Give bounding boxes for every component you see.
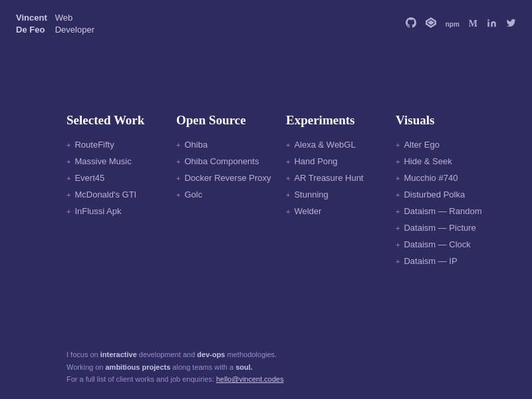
github-icon[interactable] bbox=[406, 17, 416, 31]
npm-icon[interactable]: npm bbox=[446, 21, 460, 28]
main-content: Selected Work+RouteFifty+Massive Music+E… bbox=[66, 113, 505, 273]
logo: Vincent De Feo Web Developer bbox=[16, 12, 94, 36]
column-title-open-source: Open Source bbox=[176, 113, 279, 128]
list-item-label: AR Treasure Hunt bbox=[294, 173, 363, 183]
list-item[interactable]: +Alexa & WebGL bbox=[286, 140, 389, 150]
list-item-label: InFlussi Apk bbox=[74, 206, 121, 216]
linkedin-icon[interactable] bbox=[487, 18, 497, 31]
list-item[interactable]: +Dataism — IP bbox=[396, 256, 499, 266]
list-item[interactable]: +McDonald's GTI bbox=[66, 190, 170, 200]
list-item-label: Mucchio #740 bbox=[404, 173, 458, 183]
list-item[interactable]: +Evert45 bbox=[66, 173, 170, 183]
logo-title-line2: Developer bbox=[55, 24, 94, 36]
column-title-visuals: Visuals bbox=[396, 113, 499, 128]
list-item-label: Welder bbox=[294, 206, 321, 216]
list-item-label: Hide & Seek bbox=[404, 156, 452, 166]
list-item[interactable]: +Stunning bbox=[286, 190, 389, 200]
column-list-visuals: +Alter Ego+Hide & Seek+Mucchio #740+Dist… bbox=[396, 140, 499, 266]
list-item-label: Alexa & WebGL bbox=[294, 140, 355, 150]
list-item-label: Evert45 bbox=[74, 173, 104, 183]
plus-icon: + bbox=[286, 207, 290, 215]
plus-icon: + bbox=[286, 141, 290, 149]
plus-icon: + bbox=[176, 191, 180, 199]
column-experiments: Experiments+Alexa & WebGL+Hand Pong+AR T… bbox=[286, 113, 396, 273]
plus-icon: + bbox=[396, 224, 400, 232]
list-item[interactable]: +Welder bbox=[286, 206, 389, 216]
column-list-selected-work: +RouteFifty+Massive Music+Evert45+McDona… bbox=[66, 140, 170, 216]
list-item[interactable]: +Alter Ego bbox=[396, 140, 499, 150]
header-icons: npm M bbox=[406, 17, 516, 31]
plus-icon: + bbox=[176, 141, 180, 149]
footer-devops: dev-ops bbox=[197, 350, 225, 358]
column-title-experiments: Experiments bbox=[286, 113, 389, 128]
list-item-label: Disturbed Polka bbox=[404, 190, 465, 200]
plus-icon: + bbox=[396, 141, 400, 149]
footer-email[interactable]: hello@vincent.codes bbox=[216, 375, 284, 383]
column-title-selected-work: Selected Work bbox=[66, 113, 170, 128]
footer-line2-post: along teams with a bbox=[170, 363, 235, 371]
logo-name-line2: De Feo bbox=[16, 24, 47, 36]
plus-icon: + bbox=[286, 191, 290, 199]
plus-icon: + bbox=[66, 174, 70, 182]
list-item[interactable]: +Disturbed Polka bbox=[396, 190, 499, 200]
list-item-label: Ohiba Components bbox=[184, 156, 259, 166]
plus-icon: + bbox=[396, 207, 400, 215]
footer-line2-pre: Working on bbox=[66, 363, 106, 371]
list-item[interactable]: +RouteFifty bbox=[66, 140, 170, 150]
medium-icon[interactable]: M bbox=[469, 19, 477, 29]
list-item-label: McDonald's GTI bbox=[74, 190, 136, 200]
list-item[interactable]: +Hand Pong bbox=[286, 156, 389, 166]
list-item-label: Dataism — IP bbox=[404, 256, 457, 266]
list-item[interactable]: +Hide & Seek bbox=[396, 156, 499, 166]
footer-interactive: interactive bbox=[100, 350, 137, 358]
list-item-label: Golc bbox=[184, 190, 202, 200]
plus-icon: + bbox=[396, 191, 400, 199]
list-item-label: RouteFifty bbox=[74, 140, 114, 150]
plus-icon: + bbox=[396, 174, 400, 182]
column-selected-work: Selected Work+RouteFifty+Massive Music+E… bbox=[66, 113, 176, 273]
list-item[interactable]: +AR Treasure Hunt bbox=[286, 173, 389, 183]
plus-icon: + bbox=[176, 174, 180, 182]
list-item[interactable]: +Ohiba Components bbox=[176, 156, 279, 166]
list-item[interactable]: +Dataism — Random bbox=[396, 206, 499, 216]
list-item[interactable]: +Dataism — Picture bbox=[396, 223, 499, 233]
list-item[interactable]: +Mucchio #740 bbox=[396, 173, 499, 183]
logo-title-line1: Web bbox=[55, 12, 94, 24]
list-item[interactable]: +Docker Reverse Proxy bbox=[176, 173, 279, 183]
column-list-open-source: +Ohiba+Ohiba Components+Docker Reverse P… bbox=[176, 140, 279, 200]
footer: I focus on interactive development and d… bbox=[66, 348, 505, 386]
list-item-label: Dataism — Random bbox=[404, 206, 481, 216]
list-item-label: Stunning bbox=[294, 190, 328, 200]
codepen-icon[interactable] bbox=[426, 17, 436, 31]
plus-icon: + bbox=[396, 257, 400, 265]
twitter-icon[interactable] bbox=[506, 18, 516, 31]
plus-icon: + bbox=[66, 207, 70, 215]
list-item-label: Docker Reverse Proxy bbox=[184, 173, 271, 183]
list-item[interactable]: +Massive Music bbox=[66, 156, 170, 166]
list-item[interactable]: +Ohiba bbox=[176, 140, 279, 150]
column-open-source: Open Source+Ohiba+Ohiba Components+Docke… bbox=[176, 113, 286, 273]
footer-line1-post: methodologies. bbox=[225, 350, 277, 358]
plus-icon: + bbox=[396, 241, 400, 249]
list-item[interactable]: +Golc bbox=[176, 190, 279, 200]
list-item-label: Dataism — Clock bbox=[404, 239, 470, 249]
list-item[interactable]: +InFlussi Apk bbox=[66, 206, 170, 216]
footer-line1-pre: I focus on bbox=[66, 350, 100, 358]
plus-icon: + bbox=[176, 158, 180, 166]
footer-line1-mid: development and bbox=[137, 350, 198, 358]
plus-icon: + bbox=[66, 191, 70, 199]
list-item[interactable]: +Dataism — Clock bbox=[396, 239, 499, 249]
footer-ambitious: ambitious projects bbox=[106, 363, 171, 371]
list-item-label: Ohiba bbox=[184, 140, 207, 150]
plus-icon: + bbox=[286, 158, 290, 166]
column-list-experiments: +Alexa & WebGL+Hand Pong+AR Treasure Hun… bbox=[286, 140, 389, 216]
list-item-label: Alter Ego bbox=[404, 140, 439, 150]
list-item-label: Hand Pong bbox=[294, 156, 337, 166]
list-item-label: Dataism — Picture bbox=[404, 223, 475, 233]
footer-line3-pre: For a full list of client works and job … bbox=[66, 375, 216, 383]
logo-name-line1: Vincent bbox=[16, 12, 47, 24]
list-item-label: Massive Music bbox=[74, 156, 131, 166]
column-visuals: Visuals+Alter Ego+Hide & Seek+Mucchio #7… bbox=[396, 113, 505, 273]
plus-icon: + bbox=[286, 174, 290, 182]
plus-icon: + bbox=[396, 158, 400, 166]
